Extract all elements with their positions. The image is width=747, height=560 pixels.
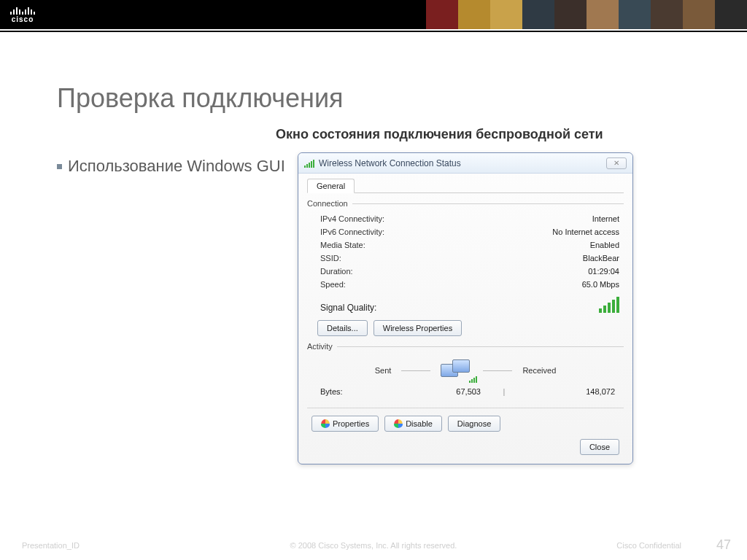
- row-media: Media State:Enabled: [307, 238, 624, 252]
- slide-subtitle: Окно состояния подключения беспроводной …: [276, 127, 690, 142]
- bullet-list: Использование Windows GUI: [57, 152, 298, 464]
- tab-general[interactable]: General: [307, 179, 355, 193]
- details-button[interactable]: Details...: [317, 320, 368, 336]
- group-activity-label: Activity: [307, 342, 624, 351]
- cisco-logo: cisco: [10, 6, 35, 23]
- shield-icon: [321, 419, 330, 428]
- activity-area: Sent Received Bytes: 67,503 | 148,07: [307, 355, 624, 402]
- slide-body: Проверка подключения Окно состояния подк…: [0, 32, 747, 560]
- row-ipv4: IPv4 Connectivity:Internet: [307, 212, 624, 225]
- group-connection-text: Connection: [307, 199, 348, 208]
- cisco-logo-text: cisco: [12, 15, 34, 23]
- received-label: Received: [522, 366, 556, 375]
- diagnose-button[interactable]: Diagnose: [448, 416, 500, 432]
- activity-visual: Sent Received: [307, 355, 624, 384]
- row-ipv6: IPv6 Connectivity:No Internet access: [307, 225, 624, 238]
- wireless-status-dialog: Wireless Network Connection Status ✕ Gen…: [298, 152, 633, 464]
- bottom-buttons: Properties Disable Diagnose: [307, 414, 624, 436]
- header-photo-strip: [426, 0, 747, 29]
- bytes-label: Bytes:: [320, 387, 393, 396]
- bullet-text: Использование Windows GUI: [68, 157, 285, 176]
- signal-bars-icon: [599, 295, 619, 313]
- signal-quality-label: Signal Quality:: [320, 303, 376, 313]
- footer-right: Cisco Confidential: [616, 541, 681, 550]
- tab-strip: General: [307, 178, 624, 193]
- divider: [307, 408, 624, 408]
- dash-icon: [483, 370, 512, 371]
- group-connection-label: Connection: [307, 199, 624, 208]
- close-button[interactable]: Close: [580, 439, 619, 455]
- sent-label: Sent: [375, 366, 392, 375]
- close-row: Close: [307, 436, 624, 455]
- bullet-item: Использование Windows GUI: [57, 157, 298, 176]
- page-number: 47: [716, 537, 731, 553]
- bullet-square-icon: [57, 164, 62, 169]
- top-bar: cisco: [0, 0, 747, 29]
- bytes-received-value: 148,072: [527, 387, 615, 396]
- row-duration: Duration:01:29:04: [307, 265, 624, 278]
- cisco-logo-bars-icon: [10, 6, 35, 15]
- group-activity-text: Activity: [307, 342, 333, 351]
- close-icon[interactable]: ✕: [606, 158, 627, 169]
- connection-buttons: Details... Wireless Properties: [307, 314, 624, 339]
- signal-icon: [304, 159, 314, 168]
- row-signal-quality: Signal Quality:: [307, 291, 624, 314]
- bytes-row: Bytes: 67,503 | 148,072: [307, 384, 624, 402]
- row-speed: Speed:65.0 Mbps: [307, 278, 624, 291]
- dialog-body: General Connection IPv4 Connectivity:Int…: [298, 174, 632, 464]
- content-row: Использование Windows GUI Wireless Netwo…: [57, 152, 690, 464]
- wireless-properties-button[interactable]: Wireless Properties: [374, 320, 462, 336]
- properties-button[interactable]: Properties: [311, 416, 379, 432]
- row-ssid: SSID:BlackBear: [307, 252, 624, 265]
- dash-icon: [401, 370, 430, 371]
- disable-button[interactable]: Disable: [384, 416, 442, 432]
- bytes-sent-value: 67,503: [393, 387, 481, 396]
- dialog-title-text: Wireless Network Connection Status: [319, 158, 461, 168]
- dialog-titlebar: Wireless Network Connection Status ✕: [298, 153, 632, 174]
- monitors-icon: [441, 359, 473, 381]
- slide-title: Проверка подключения: [57, 83, 690, 114]
- bytes-separator: |: [481, 387, 527, 396]
- slide-footer: Presentation_ID © 2008 Cisco Systems, In…: [0, 541, 747, 550]
- shield-icon: [394, 419, 403, 428]
